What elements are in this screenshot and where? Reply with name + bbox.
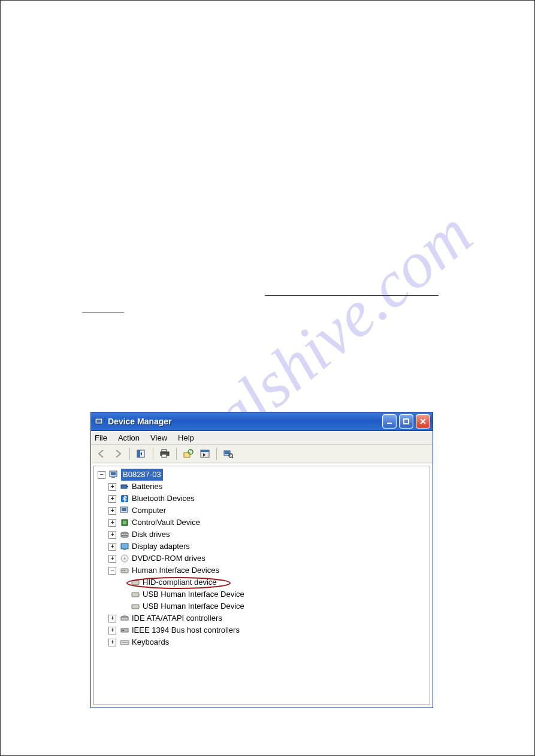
- toolbar-separator-4: [216, 448, 217, 460]
- tree-node-bluetooth[interactable]: + Bluetooth Devices: [94, 493, 430, 505]
- menu-help[interactable]: Help: [178, 433, 194, 442]
- svg-point-38: [124, 558, 126, 560]
- svg-rect-25: [121, 485, 127, 488]
- close-button[interactable]: [416, 414, 430, 429]
- expander-icon[interactable]: −: [108, 567, 116, 575]
- device-tree[interactable]: − B08287-03 + Batteries +: [93, 466, 430, 705]
- tree-node-ide[interactable]: + IDE ATA/ATAPI controllers: [94, 612, 430, 624]
- optical-drive-icon: [120, 554, 129, 563]
- svg-rect-12: [162, 454, 167, 457]
- node-label: ControlVault Device: [132, 517, 200, 529]
- ide-controller-icon: [120, 614, 129, 623]
- svg-marker-9: [140, 452, 142, 456]
- node-label: Keyboards: [132, 636, 169, 648]
- node-label: IDE ATA/ATAPI controllers: [132, 612, 222, 624]
- hid-icon: [120, 566, 129, 575]
- svg-rect-23: [111, 472, 116, 475]
- svg-rect-31: [123, 521, 126, 524]
- svg-rect-19: [225, 451, 229, 454]
- expander-icon[interactable]: +: [108, 555, 116, 563]
- chip-icon: [120, 518, 129, 527]
- tree-node-batteries[interactable]: + Batteries: [94, 481, 430, 493]
- window-title: Device Manager: [108, 417, 382, 426]
- svg-rect-10: [162, 450, 167, 452]
- toolbar-separator: [129, 448, 130, 460]
- svg-rect-46: [121, 617, 128, 620]
- expander-icon[interactable]: +: [108, 531, 116, 539]
- tree-root[interactable]: − B08287-03: [94, 469, 430, 481]
- hid-device-icon: [131, 602, 140, 611]
- tree-node-usb-hid-2[interactable]: USB Human Interface Device: [94, 600, 430, 612]
- expander-icon[interactable]: +: [108, 507, 116, 515]
- svg-line-21: [232, 457, 233, 458]
- toolbar-separator-2: [153, 448, 153, 460]
- svg-point-51: [127, 578, 230, 588]
- computer-icon: [120, 506, 129, 515]
- update-driver-button[interactable]: [180, 446, 196, 462]
- bluetooth-icon: [120, 494, 129, 503]
- maximize-button[interactable]: [399, 414, 413, 429]
- tree-node-keyboards[interactable]: + Keyboards: [94, 636, 430, 648]
- hid-device-icon: [131, 590, 140, 599]
- svg-rect-16: [201, 450, 209, 452]
- display-icon: [120, 542, 129, 551]
- svg-point-34: [121, 535, 128, 538]
- svg-rect-43: [132, 593, 139, 597]
- svg-rect-2: [97, 424, 101, 425]
- svg-rect-1: [96, 420, 101, 423]
- node-label: Disk drives: [132, 529, 170, 541]
- expander-icon[interactable]: +: [108, 543, 116, 551]
- show-hide-console-tree-button[interactable]: [134, 446, 149, 462]
- print-button[interactable]: [157, 446, 173, 462]
- expander-icon[interactable]: +: [108, 495, 116, 503]
- expander-icon[interactable]: +: [108, 627, 116, 634]
- svg-rect-8: [137, 450, 140, 457]
- tree-node-controlvault[interactable]: + ControlVault Device: [94, 517, 430, 529]
- app-icon: [95, 417, 104, 426]
- root-label: B08287-03: [121, 469, 163, 481]
- tree-node-computer[interactable]: + Computer: [94, 505, 430, 517]
- scan-hardware-button[interactable]: [220, 446, 236, 462]
- forward-button[interactable]: [110, 446, 126, 462]
- minimize-button[interactable]: [382, 414, 397, 429]
- menu-view[interactable]: View: [150, 433, 167, 442]
- node-label: Display adapters: [132, 541, 190, 552]
- menu-file[interactable]: File: [95, 433, 107, 442]
- back-button[interactable]: [93, 446, 109, 462]
- device-manager-window: Device Manager File Action V: [90, 412, 433, 708]
- svg-rect-29: [122, 508, 126, 511]
- expander-icon[interactable]: +: [108, 615, 116, 623]
- node-label: Batteries: [132, 481, 162, 493]
- svg-rect-48: [122, 630, 124, 631]
- svg-rect-26: [127, 486, 128, 487]
- expander-icon[interactable]: +: [108, 639, 116, 646]
- node-label: Computer: [132, 505, 166, 517]
- highlight-circle: [125, 576, 232, 590]
- keyboard-icon: [120, 637, 129, 647]
- svg-point-40: [122, 570, 123, 571]
- toolbar: [91, 445, 433, 463]
- titlebar[interactable]: Device Manager: [91, 412, 433, 431]
- node-label: USB Human Interface Device: [143, 600, 244, 612]
- battery-icon: [120, 482, 129, 491]
- tree-node-usb-hid-1[interactable]: USB Human Interface Device: [94, 588, 430, 600]
- tree-node-dvd-cd[interactable]: + DVD/CD-ROM drives: [94, 552, 430, 564]
- expander-icon[interactable]: +: [108, 483, 116, 491]
- tree-node-disk-drives[interactable]: + Disk drives: [94, 529, 430, 541]
- svg-rect-4: [404, 419, 409, 424]
- tree-node-ieee1394[interactable]: + IEEE 1394 Bus host controllers: [94, 624, 430, 636]
- tree-node-hid[interactable]: − Human Interface Devices: [94, 564, 430, 576]
- tree-node-display[interactable]: + Display adapters: [94, 541, 430, 552]
- menu-action[interactable]: Action: [118, 433, 140, 442]
- properties-button[interactable]: [197, 446, 213, 462]
- svg-rect-47: [121, 629, 128, 632]
- firewire-icon: [120, 626, 129, 635]
- svg-rect-44: [132, 605, 139, 609]
- node-label: Human Interface Devices: [132, 564, 219, 576]
- expander-icon[interactable]: +: [108, 519, 116, 527]
- node-label: Bluetooth Devices: [132, 493, 195, 505]
- underline-right: [265, 295, 439, 296]
- expander-icon[interactable]: −: [98, 471, 105, 479]
- underline-left: [82, 312, 124, 312]
- menubar: File Action View Help: [91, 431, 433, 445]
